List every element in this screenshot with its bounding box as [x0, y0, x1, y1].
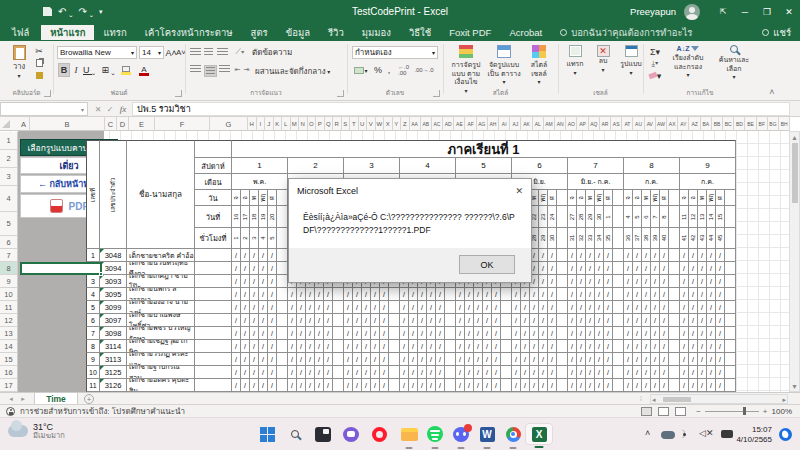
tab-4[interactable]: ข้อมูล [277, 25, 319, 40]
col-header-AD[interactable]: AD [443, 117, 454, 131]
insert-function-icon[interactable]: fx [116, 102, 130, 116]
tab-file[interactable]: ไฟล์ [0, 23, 41, 41]
normal-view-icon[interactable] [641, 407, 652, 416]
col-header-BB[interactable]: BB [712, 117, 723, 131]
cell-styles-button[interactable]: สไตล์ เซลล์▾ [523, 45, 555, 87]
tab-6[interactable]: มุมมอง [353, 25, 400, 40]
wifi-icon[interactable]: 〕 [681, 428, 690, 441]
new-sheet-icon[interactable]: + [84, 394, 94, 404]
col-header-Z[interactable]: Z [401, 117, 410, 131]
tell-me-box[interactable]: บอกฉันว่าคุณต้องการทำอะไร [551, 23, 701, 41]
account-name[interactable]: Preeyapun [630, 6, 676, 17]
scroll-left-icon[interactable]: ◂ [652, 396, 656, 404]
row-header-16[interactable]: 16 [0, 366, 18, 379]
col-header-E[interactable]: E [129, 117, 155, 131]
horizontal-scrollbar[interactable]: ◂ ▸ [650, 394, 788, 404]
col-header-AO[interactable]: AO [566, 117, 577, 131]
number-format-select[interactable]: กำหนดเอง▾ [352, 46, 438, 59]
align-top-icon[interactable] [190, 48, 201, 56]
col-header-L[interactable]: L [282, 117, 291, 131]
col-header-M[interactable]: M [291, 117, 300, 131]
row-header-4[interactable]: 4 [0, 186, 18, 212]
word-icon[interactable]: W [475, 423, 499, 445]
grow-font-icon[interactable]: A˄ [166, 46, 176, 59]
col-header-AK[interactable]: AK [522, 117, 533, 131]
zoom-out-icon[interactable]: − [696, 407, 701, 416]
col-header-U[interactable]: U [359, 117, 368, 131]
tab-7[interactable]: วิธีใช้ [400, 25, 440, 40]
col-header-T[interactable]: T [350, 117, 359, 131]
find-select-button[interactable]: ค้นหาและ เลือก▾ [712, 45, 756, 82]
col-header-AY[interactable]: AY [678, 117, 689, 131]
accounting-format-icon[interactable]: ▾ [352, 64, 370, 76]
row-header-5[interactable]: 5 [0, 212, 18, 236]
tray-chevron-icon[interactable]: ˄ [645, 428, 650, 438]
col-header-AS[interactable]: AS [611, 117, 622, 131]
col-header-AC[interactable]: AC [432, 117, 443, 131]
col-header-A[interactable]: A [18, 117, 30, 131]
tab-0[interactable]: หน้าแรก [41, 25, 94, 40]
col-header-AZ[interactable]: AZ [690, 117, 701, 131]
insert-cells-button[interactable]: แทรก▾ [562, 45, 588, 77]
comma-icon[interactable]: , [385, 64, 393, 76]
col-header-C[interactable]: C [105, 117, 117, 131]
col-header-AI[interactable]: AI [499, 117, 510, 131]
col-header-AW[interactable]: AW [656, 117, 667, 131]
focus-assist-badge[interactable] [779, 428, 792, 441]
weather-widget[interactable]: 31°C มีเมฆมาก [8, 422, 65, 441]
tab-5[interactable]: รีวิว [319, 25, 353, 40]
font-name-select[interactable]: Browallia New▾ [57, 46, 137, 59]
col-header-I[interactable]: I [257, 117, 266, 131]
col-header-BH[interactable]: BH [779, 117, 790, 131]
percent-icon[interactable]: % [373, 64, 383, 76]
format-as-table-button[interactable]: จัดรูปแบบเป็น ตาราง▾ [486, 45, 522, 87]
col-header-AF[interactable]: AF [466, 117, 477, 131]
col-header-Q[interactable]: Q [325, 117, 334, 131]
row-header-10[interactable]: 10 [0, 288, 18, 301]
font-size-select[interactable]: 14▾ [139, 46, 164, 59]
scroll-down-icon[interactable]: ▼ [790, 381, 799, 391]
decrease-indent-icon[interactable]: ⇤ [234, 65, 241, 75]
col-header-AG[interactable]: AG [477, 117, 488, 131]
underline-button[interactable]: U ˬ [82, 63, 96, 77]
autosum-icon[interactable]: Σ▾ [647, 46, 663, 57]
increase-indent-icon[interactable]: ⇥ [243, 65, 250, 75]
orientation-icon[interactable]: ⟋▾ [233, 46, 247, 58]
discord-icon[interactable] [449, 423, 473, 445]
page-break-view-icon[interactable] [675, 407, 686, 416]
col-header-J[interactable]: J [265, 117, 274, 131]
col-header-AJ[interactable]: AJ [510, 117, 521, 131]
row-header-17[interactable]: 17 [0, 379, 18, 392]
horizontal-scroll-thumb[interactable] [663, 397, 691, 402]
col-header-AV[interactable]: AV [645, 117, 656, 131]
align-left-icon[interactable] [190, 65, 201, 73]
align-center-icon[interactable] [204, 65, 217, 77]
align-dialog-launcher[interactable] [337, 90, 344, 97]
restore-button[interactable]: ❐ [756, 0, 778, 23]
col-header-AR[interactable]: AR [600, 117, 611, 131]
spotify-icon[interactable] [423, 423, 447, 445]
enter-entry-icon[interactable]: ✓ [104, 102, 116, 116]
dialog-title-bar[interactable]: Microsoft Excel ✕ [289, 179, 531, 203]
scroll-right-icon[interactable]: ▸ [782, 396, 786, 404]
ok-button[interactable]: OK [459, 255, 515, 274]
col-header-P[interactable]: P [316, 117, 325, 131]
col-header-AX[interactable]: AX [667, 117, 678, 131]
minimize-button[interactable]: ─ [734, 0, 756, 23]
paste-button[interactable]: วาง▾ [7, 45, 31, 79]
row-header-13[interactable]: 13 [0, 327, 18, 340]
chat-icon[interactable] [339, 423, 363, 445]
align-bottom-icon[interactable] [217, 48, 228, 56]
col-header-AU[interactable]: AU [634, 117, 645, 131]
vertical-scrollbar[interactable]: ▲ ▼ [789, 131, 800, 392]
row-header-12[interactable]: 12 [0, 314, 18, 327]
col-header-V[interactable]: V [367, 117, 376, 131]
share-button[interactable]: แชร์ [753, 23, 800, 41]
col-header-AN[interactable]: AN [555, 117, 566, 131]
col-header-N[interactable]: N [299, 117, 308, 131]
sort-filter-button[interactable]: A↓Z เรียงลำดับ และกรอง▾ [666, 45, 710, 80]
accessibility-status[interactable]: การช่วยสำหรับการเข้าถึง: โปรดศึกษาคำแนะน… [20, 405, 185, 418]
volume-muted-icon[interactable]: ◁✕ [699, 428, 713, 438]
avatar[interactable] [684, 4, 700, 20]
formula-value[interactable]: ปพ.5 รวมวิชา [132, 102, 790, 116]
